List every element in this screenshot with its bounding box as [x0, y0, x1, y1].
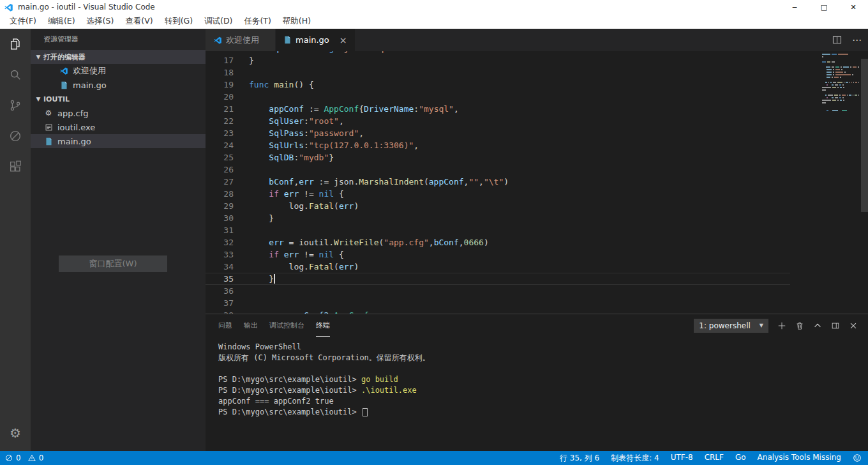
activity-extensions[interactable]: [0, 151, 31, 182]
terminal-output[interactable]: Windows PowerShell版权所有 (C) Microsoft Cor…: [206, 337, 868, 418]
kill-terminal-icon[interactable]: [795, 321, 804, 330]
feedback-smiley-icon[interactable]: [853, 454, 862, 462]
line-number: 23: [206, 127, 234, 139]
maximize-panel-icon[interactable]: [813, 321, 822, 330]
split-editor-icon[interactable]: [832, 35, 842, 45]
code-line-26[interactable]: 26: [206, 164, 790, 176]
menu-item-6[interactable]: 调试(D): [198, 14, 238, 29]
terminal-selector[interactable]: 1: powershell ▼: [694, 319, 768, 333]
line-number: 35: [206, 273, 234, 285]
file-main-go[interactable]: main.go: [31, 134, 206, 148]
code-line-29[interactable]: 29 log.Fatal(err): [206, 200, 790, 212]
open-editors-header[interactable]: ▼ 打开的编辑器: [31, 50, 206, 64]
line-text: var appConf2 AppConf: [234, 309, 369, 314]
panel-controls: 1: powershell ▼: [694, 314, 858, 337]
menu-item-4[interactable]: 查看(V): [119, 14, 158, 29]
status-cursor-position[interactable]: 行 35, 列 6: [560, 453, 599, 464]
editor-scrollbar[interactable]: [861, 59, 868, 212]
line-text: SqlUrls:"tcp(127.0.0.1:3306)",: [234, 139, 419, 151]
new-terminal-icon[interactable]: [777, 321, 786, 330]
activity-source-control[interactable]: [0, 90, 31, 121]
terminal-selector-label: 1: powershell: [699, 321, 751, 330]
more-actions-icon[interactable]: ⋯: [852, 34, 862, 46]
menu-item-8[interactable]: 帮助(H): [277, 14, 317, 29]
minimap-line: [822, 77, 859, 78]
activity-search[interactable]: [0, 59, 31, 90]
line-text: err = ioutil.WriteFile("app.cfg",bConf,0…: [234, 236, 489, 248]
close-panel-icon[interactable]: [849, 321, 858, 330]
code-line-17[interactable]: 17}: [206, 54, 790, 66]
code-line-34[interactable]: 34 log.Fatal(err): [206, 261, 790, 273]
code-line-32[interactable]: 32 err = ioutil.WriteFile("app.cfg",bCon…: [206, 236, 790, 248]
close-button[interactable]: ✕: [839, 0, 868, 14]
minimap-line: [822, 61, 859, 63]
config-file-icon: ⚙: [43, 108, 54, 118]
line-text: log.Fatal(err): [234, 200, 359, 212]
code-line-38[interactable]: 38 var appConf2 AppConf: [206, 309, 790, 314]
line-number: 27: [206, 176, 234, 188]
code-line-30[interactable]: 30 }: [206, 212, 790, 224]
code-line-22[interactable]: 22 SqlUser:"root",: [206, 115, 790, 127]
code-line-36[interactable]: 36: [206, 285, 790, 297]
tabs: 欢迎使用main.go×: [206, 29, 355, 51]
minimap[interactable]: [822, 54, 859, 112]
open-editor-welcome[interactable]: 欢迎使用: [31, 64, 206, 78]
file-app-cfg[interactable]: ⚙app.cfg: [31, 106, 206, 120]
minimize-button[interactable]: ─: [780, 0, 809, 14]
code-line-20[interactable]: 20: [206, 91, 790, 103]
menu-item-5[interactable]: 转到(G): [159, 14, 198, 29]
panel-tab-problems[interactable]: 问题: [218, 314, 232, 337]
item-label: ioutil.exe: [57, 123, 95, 132]
code-line-27[interactable]: 27 bConf,err := json.MarshalIndent(appCo…: [206, 176, 790, 188]
menu-item-3[interactable]: 选择(S): [81, 14, 120, 29]
status-eol[interactable]: CRLF: [705, 453, 724, 464]
panel-tab-terminal[interactable]: 终端: [316, 314, 330, 337]
code-line-23[interactable]: 23 SqlPass:"password",: [206, 127, 790, 139]
code-line-21[interactable]: 21 appConf := AppConf{DriverName:"mysql"…: [206, 103, 790, 115]
settings-gear-icon[interactable]: ⚙: [0, 422, 31, 445]
minimap-line: [822, 66, 859, 68]
status-tab-size[interactable]: 制表符长度: 4: [611, 453, 659, 464]
open-editor-main-go[interactable]: main.go: [31, 78, 206, 92]
folder-header[interactable]: ▼ IOUTIL: [31, 92, 206, 106]
code-line-37[interactable]: 37: [206, 297, 790, 309]
problems-status[interactable]: 0 0: [5, 454, 47, 462]
status-analysis-tools[interactable]: Analysis Tools Missing: [758, 453, 841, 464]
panel-tab-output[interactable]: 输出: [244, 314, 258, 337]
terminal-line: Windows PowerShell: [218, 342, 868, 353]
menu-item-2[interactable]: 编辑(E): [42, 14, 81, 29]
line-number: 18: [206, 66, 234, 79]
close-tab-icon[interactable]: ×: [340, 35, 347, 45]
code-line-19[interactable]: 19func main() {: [206, 79, 790, 91]
warnings-count: 0: [39, 454, 44, 462]
activity-explorer[interactable]: [0, 29, 31, 59]
go-file-icon: [43, 136, 54, 146]
item-label: main.go: [73, 80, 107, 90]
code-line-25[interactable]: 25 SqlDB:"mydb"}: [206, 151, 790, 164]
code-line-24[interactable]: 24 SqlUrls:"tcp(127.0.0.1:3306)",: [206, 139, 790, 151]
status-language[interactable]: Go: [735, 453, 746, 464]
terminal-line: PS D:\mygo\src\example\ioutil> go build: [218, 374, 868, 385]
maximize-button[interactable]: □: [809, 0, 839, 14]
status-encoding[interactable]: UTF-8: [671, 453, 693, 464]
tab-welcome[interactable]: 欢迎使用: [206, 29, 276, 51]
split-panel-icon[interactable]: [831, 321, 840, 330]
file-ioutil-exe[interactable]: ioutil.exe: [31, 120, 206, 134]
terminal-cursor[interactable]: [363, 408, 368, 416]
code-line-18[interactable]: 18: [206, 66, 790, 79]
menu-item-1[interactable]: 文件(F): [4, 14, 42, 29]
code-line-33[interactable]: 33 if err != nil {: [206, 248, 790, 261]
code-line-35[interactable]: 35 }: [206, 273, 790, 285]
code-line-31[interactable]: 31: [206, 224, 790, 236]
code-editor[interactable]: 16 SqlDB string `json:"sqldb"`17}1819fun…: [206, 51, 868, 314]
panel-tab-debug-console[interactable]: 调试控制台: [269, 314, 304, 337]
tab-main-go[interactable]: main.go×: [276, 29, 355, 51]
panel-header: 问题输出调试控制台终端 1: powershell ▼: [206, 314, 868, 337]
menu-item-7[interactable]: 任务(T): [238, 14, 276, 29]
terminal-line: 版权所有 (C) Microsoft Corporation。保留所有权利。: [218, 353, 868, 363]
code-line-28[interactable]: 28 if err != nil {: [206, 188, 790, 200]
activity-debug[interactable]: [0, 121, 31, 151]
ghost-button[interactable]: 窗口配置(W): [59, 255, 167, 272]
minimap-line: [822, 69, 859, 70]
go-file-icon: [59, 80, 69, 90]
